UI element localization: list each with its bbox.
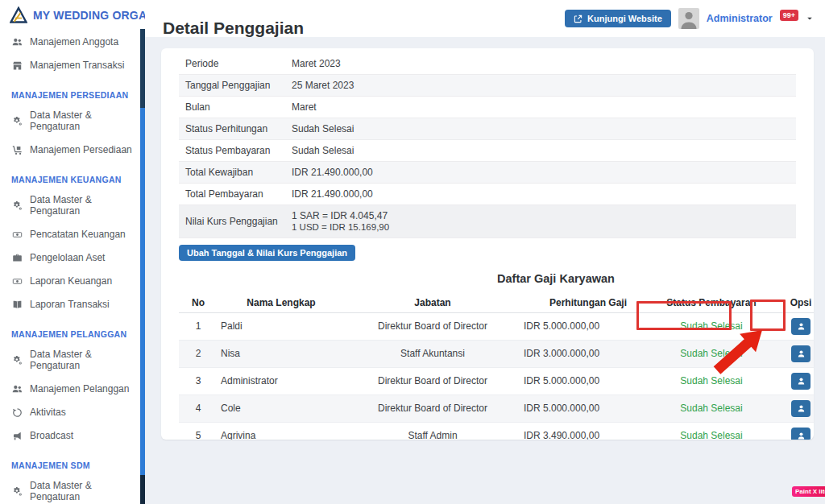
col-no: No bbox=[179, 293, 218, 313]
detail-value-line1: Maret 2023 bbox=[292, 58, 341, 69]
app-title: MY WEDDING ORGAN bbox=[33, 9, 145, 22]
sidebar-section-header: MANAJEMEN KEUANGAN bbox=[0, 162, 145, 188]
detail-label: Status Perhitungan bbox=[179, 118, 292, 139]
detail-value-line1: 25 Maret 2023 bbox=[292, 80, 354, 91]
sidebar-item-row[interactable]: Manajemen Pelanggan bbox=[6, 378, 139, 400]
detail-row: Total Pembayaran IDR 21.490.000,00 bbox=[179, 184, 796, 205]
sidebar-section-header: MANAJEMEN SDM bbox=[0, 448, 145, 474]
detail-value: 25 Maret 2023 bbox=[292, 75, 354, 96]
app-logo[interactable]: MY WEDDING ORGAN bbox=[0, 0, 145, 27]
cell-opsi bbox=[767, 395, 814, 423]
sidebar-item-broadcast: Broadcast Broadcast bbox=[0, 424, 145, 447]
edit-payroll-button[interactable]: Ubah Tanggal & Nilai Kurs Penggajian bbox=[179, 245, 355, 261]
sidebar-item-row[interactable]: Data Master & Pengaturan bbox=[6, 474, 139, 504]
cell-opsi bbox=[767, 341, 814, 368]
visit-website-label: Kunjungi Website bbox=[587, 14, 662, 23]
page: MY WEDDING ORGAN Manajemen Anggota Manaj… bbox=[0, 0, 825, 504]
bullhorn-icon bbox=[12, 431, 23, 441]
sidebar-item-row[interactable]: Data Master & Pengaturan bbox=[6, 188, 139, 222]
user-icon bbox=[797, 432, 806, 440]
table-row: 5 Agrivina Staff Admin IDR 3.490.000,00 … bbox=[179, 423, 814, 440]
cell-jabatan: Direktur Board of Director bbox=[345, 368, 520, 395]
sidebar-item-row[interactable]: Manajemen Persediaan bbox=[6, 138, 139, 161]
avatar[interactable] bbox=[678, 8, 699, 29]
opsi-user-button[interactable] bbox=[791, 400, 810, 417]
sidebar-nav: Manajemen Anggota Manajemen Anggota Mana… bbox=[0, 27, 145, 504]
sidebar-item-label: Data Master & Pengaturan bbox=[30, 109, 134, 132]
cell-gaji: IDR 3.490.000,00 bbox=[520, 423, 656, 440]
recycle-icon bbox=[12, 407, 23, 418]
sidebar-item-row[interactable]: Pengelolaan Aset bbox=[6, 246, 139, 269]
sidebar-scrollbar[interactable] bbox=[140, 29, 145, 504]
cell-no: 5 bbox=[179, 423, 218, 440]
store-icon bbox=[12, 60, 23, 71]
cell-opsi bbox=[767, 423, 814, 440]
detail-row: Bulan Maret bbox=[179, 97, 796, 118]
sidebar-item-label: Data Master & Pengaturan bbox=[30, 480, 134, 502]
status-text: Sudah Selesai bbox=[656, 423, 767, 440]
scrollbar-track[interactable] bbox=[140, 108, 145, 475]
user-name[interactable]: Administrator bbox=[707, 13, 773, 24]
sidebar-item-data-master-pengaturan: Data Master & Pengaturan Data Master & P… bbox=[0, 474, 145, 504]
detail-value-line1: IDR 21.490.000,00 bbox=[292, 167, 373, 178]
sidebar-item-row[interactable]: Data Master & Pengaturan bbox=[6, 104, 139, 138]
table-row: 2 Nisa Staff Akuntansi IDR 3.000.000,00 … bbox=[179, 341, 814, 368]
cell-nama: Paldi bbox=[218, 313, 345, 341]
sidebar-item-pencatatan-keuangan: Pencatatan Keuangan Pencatatan Keuangan bbox=[0, 223, 145, 246]
users-icon bbox=[12, 384, 23, 395]
cell-no: 2 bbox=[179, 341, 218, 368]
visit-website-button[interactable]: Kunjungi Website bbox=[565, 10, 671, 27]
cell-jabatan: Staff Akuntansi bbox=[345, 341, 520, 368]
detail-value: 1 SAR = IDR 4.045,47 1 USD = IDR 15.169,… bbox=[292, 205, 389, 238]
cell-jabatan: Staff Admin bbox=[345, 423, 520, 440]
gears-icon bbox=[12, 355, 23, 366]
cell-gaji: IDR 5.000.000,00 bbox=[520, 313, 656, 341]
sidebar-section-manajemen-pelanggan: MANAJEMEN PELANGGAN MANAJEMEN PELANGGAN bbox=[0, 316, 145, 343]
sidebar-item-manajemen-pelanggan: Manajemen Pelanggan Manajemen Pelanggan bbox=[0, 378, 145, 400]
cell-nama: Cole bbox=[218, 395, 345, 423]
salary-table-header-row: No Nama Lengkap Jabatan Perhitungan Gaji… bbox=[179, 293, 814, 313]
sidebar-item-row[interactable]: Manajemen Anggota bbox=[6, 31, 139, 53]
sidebar-item-row[interactable]: Manajemen Transaksi bbox=[6, 54, 139, 76]
detail-row: Nilai Kurs Penggajian 1 SAR = IDR 4.045,… bbox=[179, 205, 796, 238]
detail-row: Tanggal Penggajian 25 Maret 2023 bbox=[179, 75, 796, 97]
sidebar-item-laporan-transaksi: Laporan Transaksi Laporan Transaksi bbox=[0, 293, 145, 316]
money-icon bbox=[12, 276, 23, 287]
detail-value-line1: 1 SAR = IDR 4.045,47 bbox=[292, 210, 389, 221]
sidebar: MY WEDDING ORGAN Manajemen Anggota Manaj… bbox=[0, 0, 145, 504]
sidebar-item-row[interactable]: Pencatatan Keuangan bbox=[6, 223, 139, 246]
opsi-user-button[interactable] bbox=[791, 318, 810, 335]
detail-row: Status Pembayaran Sudah Selesai bbox=[179, 140, 796, 162]
col-jabatan: Jabatan bbox=[345, 293, 520, 313]
sidebar-section-manajemen-sdm: MANAJEMEN SDM MANAJEMEN SDM bbox=[0, 448, 145, 474]
user-icon bbox=[797, 322, 806, 331]
money-icon bbox=[12, 229, 23, 240]
topbar: Detail Penggajian Kunjungi Website Admin… bbox=[145, 0, 825, 37]
sidebar-item-row[interactable]: Laporan Keuangan bbox=[6, 270, 139, 292]
sidebar-item-laporan-keuangan: Laporan Keuangan Laporan Keuangan bbox=[0, 270, 145, 292]
opsi-user-button[interactable] bbox=[791, 428, 810, 440]
col-gaji: Perhitungan Gaji bbox=[520, 293, 656, 313]
status-text: Sudah Selesai bbox=[656, 341, 767, 368]
opsi-user-button[interactable] bbox=[791, 345, 810, 362]
sidebar-item-label: Manajemen Transaksi bbox=[30, 60, 124, 71]
sidebar-item-label: Aktivitas bbox=[30, 407, 66, 418]
detail-label: Total Pembayaran bbox=[179, 184, 292, 204]
sidebar-item-row[interactable]: Broadcast bbox=[6, 424, 139, 447]
user-icon bbox=[797, 377, 806, 386]
sidebar-item-row[interactable]: Laporan Transaksi bbox=[6, 293, 139, 316]
sidebar-item-row[interactable]: Data Master & Pengaturan bbox=[6, 343, 139, 377]
opsi-user-button[interactable] bbox=[791, 373, 810, 390]
cell-no: 1 bbox=[179, 313, 218, 341]
detail-label: Bulan bbox=[179, 97, 292, 118]
cell-jabatan: Direktur Board of Director bbox=[345, 395, 520, 423]
scrollbar-thumb[interactable] bbox=[140, 29, 145, 108]
sidebar-item-label: Data Master & Pengaturan bbox=[30, 349, 134, 371]
cell-jabatan: Direktur Board of Director bbox=[345, 313, 520, 341]
sidebar-section-manajemen-persediaan: MANAJEMEN PERSEDIAAN MANAJEMEN PERSEDIAA… bbox=[0, 77, 145, 104]
cell-nama: Nisa bbox=[218, 341, 345, 368]
caret-down-icon[interactable] bbox=[806, 14, 814, 23]
detail-value-line2: 1 USD = IDR 15.169,90 bbox=[292, 221, 389, 233]
sidebar-item-row[interactable]: Aktivitas bbox=[6, 401, 139, 423]
detail-label: Total Kewajiban bbox=[179, 162, 292, 183]
